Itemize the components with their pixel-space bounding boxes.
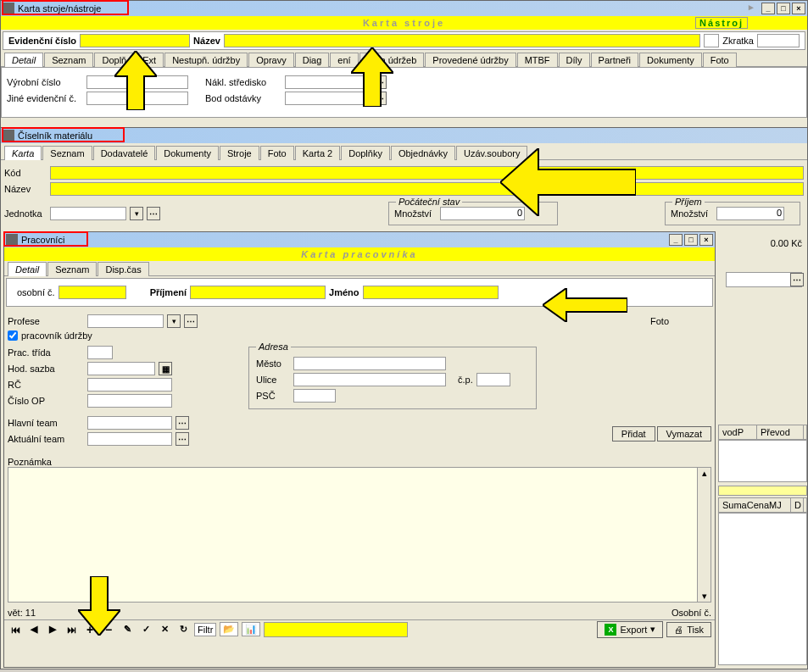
tab-seznam[interactable]: Seznam (42, 146, 92, 160)
input-kod[interactable] (50, 166, 804, 180)
input-vyrobni[interactable] (86, 75, 188, 89)
input-jmeno[interactable] (363, 286, 499, 299)
input-practrida[interactable] (87, 346, 113, 359)
close-button[interactable]: × (792, 3, 805, 14)
button-folder[interactable]: 📂 (220, 622, 238, 636)
button-vymazat[interactable]: Vymazat (657, 426, 711, 442)
col-prevod[interactable]: Převod (757, 425, 804, 439)
lookup-jednotka[interactable]: ⋯ (147, 207, 160, 220)
tab-dokumenty[interactable]: Dokumenty (639, 53, 702, 67)
col-vodp[interactable]: vodP (719, 425, 757, 439)
scroll-down-icon[interactable]: ▾ (698, 591, 710, 602)
button-chart[interactable]: 📊 (242, 622, 260, 636)
input-jednotka[interactable] (50, 207, 126, 220)
tab-dokumenty[interactable]: Dokumenty (156, 146, 219, 160)
tab-dodavatele[interactable]: Dodavatelé (93, 146, 156, 160)
dropdown-jednotka[interactable]: ▾ (130, 207, 143, 220)
input-mnozstvi[interactable]: 0 (440, 207, 525, 220)
input-mesto[interactable] (293, 357, 446, 370)
tab-ext[interactable]: Ext (135, 53, 164, 67)
tab-provedene[interactable]: Provedené údržby (425, 53, 515, 67)
input-cisloop[interactable] (87, 394, 172, 408)
nav-edit[interactable]: ✎ (120, 623, 135, 636)
tab-foto[interactable]: Foto (703, 53, 737, 67)
nav-cancel[interactable]: ✕ (157, 623, 172, 636)
tab-objednavky[interactable]: Objednávky (391, 146, 455, 160)
button-pridat[interactable]: Přidat (612, 426, 655, 442)
nav-first[interactable]: ⏮ (8, 623, 23, 636)
tab-detail[interactable]: Detail (8, 262, 47, 276)
dropdown-profese[interactable]: ▾ (167, 314, 181, 328)
tab-seznam[interactable]: Seznam (44, 53, 93, 67)
tab-dily[interactable]: Díly (559, 53, 590, 67)
close-button[interactable]: × (699, 234, 713, 246)
lookup-naklstred[interactable]: ⋯ (373, 75, 387, 89)
lookup-aktualniteam[interactable]: ⋯ (176, 432, 189, 446)
col-d[interactable]: D (791, 498, 804, 512)
input-aktualniteam[interactable] (87, 432, 172, 446)
tab-partneri[interactable]: Partneři (591, 53, 639, 67)
lookup-profese[interactable]: ⋯ (184, 314, 198, 328)
tab-seznam[interactable]: Seznam (47, 262, 97, 276)
minimize-button[interactable]: _ (669, 234, 683, 246)
tab-diag[interactable]: Diag (295, 53, 330, 67)
lookup-bododst[interactable]: ⋯ (373, 92, 387, 105)
maximize-button[interactable]: □ (777, 3, 790, 14)
nav-refresh[interactable]: ↻ (176, 623, 191, 636)
lookup-extra[interactable]: ⋯ (790, 273, 804, 286)
input-ulice[interactable] (293, 373, 446, 386)
input-zkratka[interactable] (757, 34, 800, 47)
maximize-button[interactable]: □ (684, 234, 698, 246)
textarea-poznamka[interactable]: ▴ ▾ (8, 467, 711, 603)
tab-eni[interactable]: ení (330, 53, 358, 67)
input-hodsazba[interactable] (87, 362, 155, 375)
tab-dopln[interactable]: Doplň (94, 53, 134, 67)
mode-toggle[interactable]: Nástroj (695, 17, 748, 29)
button-export[interactable]: XExport▾ (597, 621, 663, 638)
nav-add[interactable]: + (82, 623, 98, 636)
input-nazev[interactable] (50, 182, 804, 196)
input-jineevid[interactable] (86, 92, 188, 105)
scrollbar[interactable]: ▴ ▾ (697, 468, 710, 602)
tab-foto[interactable]: Foto (260, 146, 294, 160)
input-evidcislo[interactable] (80, 34, 190, 47)
nav-confirm[interactable]: ✓ (138, 623, 153, 636)
input-profese[interactable] (87, 314, 164, 328)
input-bododst[interactable] (285, 92, 370, 105)
tab-stroje[interactable]: Stroje (220, 146, 259, 160)
lookup-hlavniteam[interactable]: ⋯ (176, 416, 189, 430)
tab-nestupn[interactable]: Nestupň. údržby (164, 53, 248, 67)
calc-button[interactable]: ▦ (159, 362, 172, 375)
tab-plan[interactable]: Plán údržeb (359, 53, 425, 67)
scroll-up-icon[interactable]: ▴ (698, 468, 710, 479)
tab-opravy[interactable]: Opravy (248, 53, 293, 67)
tab-mtbf[interactable]: MTBF (517, 53, 558, 67)
input-osobni[interactable] (59, 286, 126, 299)
tab-doplnky[interactable]: Doplňky (341, 146, 390, 160)
tab-uzav[interactable]: Uzáv.soubory (456, 146, 527, 160)
input-prijval[interactable]: 0 (716, 207, 784, 220)
input-psc[interactable] (293, 389, 336, 403)
input-search-osobni[interactable] (264, 622, 408, 637)
input-naklstred[interactable] (285, 75, 370, 89)
nav-last[interactable]: ⏭ (64, 623, 79, 636)
button-filtr[interactable]: Filtr (194, 623, 216, 636)
nav-next[interactable]: ▶ (45, 623, 60, 636)
button-tisk[interactable]: 🖨Tisk (666, 622, 711, 637)
tab-karta[interactable]: Karta (4, 146, 42, 160)
nav-prev[interactable]: ◀ (26, 623, 42, 636)
input-rc[interactable] (87, 378, 172, 392)
tabs-material: Karta Seznam Dodavatelé Dokumenty Stroje… (1, 145, 807, 160)
input-nazev[interactable] (224, 34, 700, 47)
input-hlavniteam[interactable] (87, 416, 172, 430)
tab-detail[interactable]: Detail (4, 53, 43, 67)
input-cp[interactable] (476, 373, 510, 386)
nav-remove[interactable]: − (101, 623, 116, 636)
toggle-arrow-icon[interactable]: ▸ (749, 2, 756, 13)
col-sumacena[interactable]: SumaCenaMJ (719, 498, 791, 512)
tab-dispcas[interactable]: Disp.čas (98, 262, 148, 276)
minimize-button[interactable]: _ (761, 3, 775, 14)
input-prijmeni[interactable] (190, 286, 326, 299)
checkbox-pracudrzby[interactable] (8, 330, 18, 341)
tab-karta2[interactable]: Karta 2 (295, 146, 340, 160)
